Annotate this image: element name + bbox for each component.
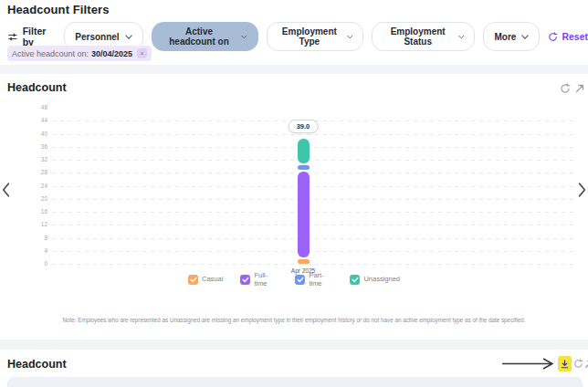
gridline	[52, 264, 577, 265]
chart-next-button[interactable]	[578, 183, 586, 200]
y-tick-label: 12	[26, 221, 47, 227]
check-icon	[242, 277, 249, 283]
download-button[interactable]	[558, 356, 572, 371]
y-tick-label: 48	[26, 104, 47, 110]
y-tick-label: 0	[26, 260, 47, 267]
download-icon	[560, 359, 570, 370]
gridline	[52, 173, 577, 173]
gridline	[52, 238, 577, 239]
gridline	[52, 212, 577, 213]
gridline	[52, 147, 577, 148]
legend-label: Full-time	[254, 272, 278, 288]
refresh-icon	[560, 83, 571, 94]
y-tick-label: 44	[26, 117, 47, 123]
gridline	[52, 160, 577, 161]
bar-tooltip: 39.0	[289, 120, 319, 133]
legend-item-unassigned[interactable]: Unassigned	[350, 275, 400, 285]
chevron-down-icon	[521, 35, 529, 39]
page-title: Headcount Filters	[7, 3, 110, 16]
bar-segment-casual[interactable]	[298, 259, 310, 264]
chart-title: Headcount	[7, 81, 67, 94]
annotation-arrow	[501, 358, 556, 370]
y-tick-label: 24	[26, 183, 47, 189]
gridline	[52, 186, 577, 187]
chevron-right-icon	[578, 183, 586, 197]
y-tick-label: 20	[26, 195, 47, 202]
gridline	[52, 251, 577, 252]
bar-segment-full-time[interactable]	[298, 172, 310, 257]
chevron-down-icon	[458, 35, 465, 39]
y-tick-label: 40	[26, 131, 47, 137]
filter-by-label: Filter by	[23, 26, 57, 47]
legend-checkbox	[350, 275, 360, 285]
filter-button-employment-type[interactable]: Employment Type	[267, 22, 363, 51]
legend-checkbox	[295, 275, 305, 285]
expand-icon	[574, 83, 585, 94]
legend-label: Part-time	[309, 272, 332, 288]
expand-icon	[583, 359, 588, 370]
filter-button-label: Employment Status	[383, 26, 453, 47]
chip-value: 30/04/2025	[91, 49, 132, 58]
legend-label: Unassigned	[363, 276, 400, 284]
check-icon	[297, 277, 304, 283]
chart-expand-button[interactable]	[574, 83, 585, 94]
filter-by: Filter by	[7, 26, 56, 47]
gridline	[52, 134, 577, 135]
bar-segment-unassigned[interactable]	[298, 139, 310, 163]
chart-legend: CasualFull-timePart-timeUnassigned	[0, 272, 588, 288]
y-tick-label: 8	[26, 235, 47, 241]
legend-checkbox	[240, 275, 250, 285]
y-tick-label: 4	[26, 247, 47, 254]
check-icon	[352, 277, 359, 283]
filter-button-label: More	[494, 32, 516, 42]
refresh-icon	[573, 359, 583, 369]
legend-item-full-time[interactable]: Full-time	[240, 272, 278, 288]
table-header-bar	[7, 377, 583, 387]
chart-note: Note: Employees who are represented as U…	[0, 317, 588, 323]
bottom-chart-title: Headcount	[7, 358, 67, 371]
filter-button-label: Personnel	[75, 32, 119, 42]
reset-label: Reset	[562, 31, 588, 42]
chip-prefix: Active headcount on:	[12, 49, 89, 58]
filter-sliders-icon	[7, 31, 18, 43]
section-divider	[0, 65, 588, 74]
y-tick-label: 32	[26, 156, 47, 162]
active-filter-chip: Active headcount on: 30/04/2025 ×	[7, 46, 152, 61]
bar-segment-part-time[interactable]	[298, 165, 310, 170]
filter-button-employment-status[interactable]: Employment Status	[372, 22, 475, 51]
gridline	[52, 225, 577, 225]
filter-button-label: Employment Type	[278, 26, 341, 47]
chevron-left-icon	[2, 183, 10, 197]
y-tick-label: 28	[26, 169, 47, 175]
bottom-expand-button[interactable]	[583, 359, 588, 370]
legend-label: Casual	[202, 276, 223, 284]
y-tick-label: 16	[26, 208, 47, 214]
filter-button-more[interactable]: More	[483, 22, 540, 51]
reset-icon	[548, 32, 558, 42]
page: Headcount Filters Filter by PersonnelAct…	[0, 0, 588, 387]
close-icon[interactable]: ×	[137, 48, 147, 58]
chevron-down-icon	[241, 35, 247, 39]
chevron-down-icon	[347, 35, 353, 39]
gridline	[52, 120, 577, 121]
bottom-refresh-button[interactable]	[573, 359, 583, 369]
reset-button[interactable]: Reset	[548, 31, 588, 42]
chart-refresh-button[interactable]	[560, 83, 571, 94]
legend-checkbox	[188, 275, 198, 285]
y-tick-label: 36	[26, 143, 47, 150]
section-divider-2	[0, 340, 588, 350]
check-icon	[190, 277, 197, 283]
filter-button-active-headcount-on[interactable]: Active headcount on	[152, 22, 258, 51]
legend-item-casual[interactable]: Casual	[188, 275, 223, 285]
filter-button-label: Active headcount on	[163, 26, 236, 47]
chevron-down-icon	[125, 35, 132, 39]
legend-item-part-time[interactable]: Part-time	[295, 272, 332, 288]
gridline	[52, 199, 577, 200]
chart-prev-button[interactable]	[2, 183, 10, 200]
